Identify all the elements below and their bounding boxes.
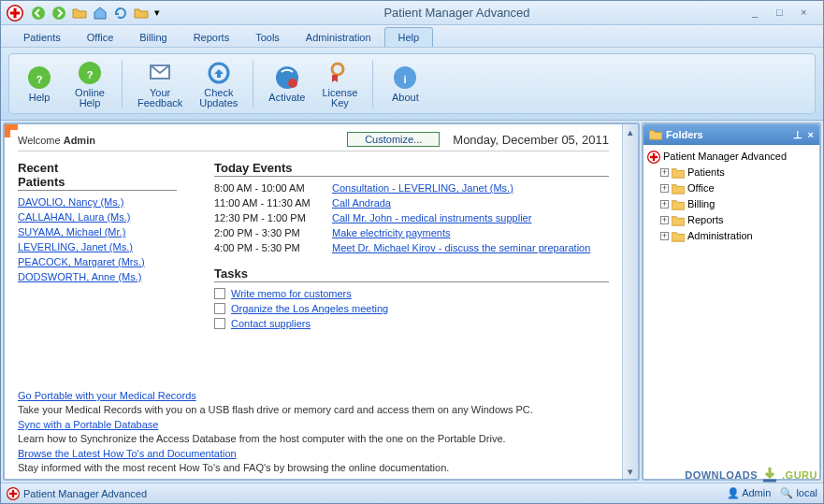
tip-text: Take your Medical Records with you on a … [18,403,609,417]
customize-button[interactable]: Customize... [347,132,440,147]
task-checkbox[interactable] [214,288,225,299]
menu-tab-help[interactable]: Help [384,27,434,47]
svg-text:?: ? [36,74,43,85]
folder-button[interactable] [70,4,89,22]
home-button[interactable] [91,4,109,22]
patient-link[interactable]: LEVERLING, Janet (Ms.) [18,239,177,254]
patient-link[interactable]: DAVOLIO, Nancy (Ms.) [18,194,177,209]
folder-tree: Patient Manager Advanced +Patients+Offic… [643,145,819,248]
svg-text:i: i [404,74,407,85]
tasks-title: Tasks [214,266,609,282]
svg-point-12 [288,79,297,88]
event-link[interactable]: Consultation - LEVERLING, Janet (Ms.) [332,180,513,195]
feedback-icon [147,60,173,86]
ribbon-about-button[interactable]: iAbout [383,56,427,112]
welcome-bar: Welcome Admin Customize... Monday, Decem… [18,132,609,151]
task-link[interactable]: Contact suppliers [231,316,311,331]
tree-item-administration[interactable]: +Administration [645,228,817,244]
qa-dropdown-icon[interactable]: ▾ [152,4,162,22]
ribbon-feedback-button[interactable]: YourFeedback [132,56,188,112]
close-panel-icon[interactable]: × [808,129,814,141]
event-link[interactable]: Meet Dr. Michael Kirov - discuss the sem… [332,240,590,255]
expand-icon[interactable]: + [660,168,669,177]
menu-tab-patients[interactable]: Patients [10,28,74,47]
scroll-down-icon[interactable]: ▾ [623,464,638,479]
main-area: Welcome Admin Customize... Monday, Decem… [3,122,640,481]
patient-link[interactable]: CALLAHAN, Laura (Ms.) [18,209,177,224]
task-link[interactable]: Organize the Los Angeles meeting [231,301,388,316]
expand-icon[interactable]: + [660,216,669,224]
event-row: 11:00 AM - 11:30 AMCall Andrada [214,195,609,210]
welcome-text: Welcome Admin [18,133,95,147]
pin-icon[interactable]: ⊥ [793,129,802,141]
folder-icon [649,129,662,140]
svg-rect-18 [650,155,658,157]
close-button[interactable]: × [801,7,817,20]
tip-link[interactable]: Go Portable with your Medical Records [18,388,609,403]
ribbon-help-button[interactable]: ?Help [17,56,62,112]
status-user: 👤 Admin [727,487,772,499]
task-row: Write memo for customers [214,286,609,301]
tree-item-reports[interactable]: +Reports [645,212,817,228]
tip-text: Stay informed with the most recent How T… [18,461,609,475]
expand-icon[interactable]: + [660,200,669,209]
tips-section: Go Portable with your Medical RecordsTak… [18,388,609,475]
folder-open-button[interactable] [132,4,151,22]
event-time: 4:00 PM - 5:30 PM [214,240,325,255]
event-time: 11:00 AM - 11:30 AM [214,195,325,210]
events-title: Today Events [214,161,609,177]
back-button[interactable] [29,4,48,22]
tip-link[interactable]: Sync with a Portable Database [18,417,609,432]
maximize-button[interactable]: □ [776,7,793,20]
folder-icon [672,183,685,194]
tip-link[interactable]: Browse the Latest How To's and Documenta… [18,446,609,461]
scroll-up-icon[interactable]: ▴ [623,124,638,139]
event-link[interactable]: Call Mr. John - medical instruments supp… [332,210,531,225]
tree-item-office[interactable]: +Office [645,180,817,196]
menu-tab-tools[interactable]: Tools [242,28,293,47]
svg-rect-2 [10,11,21,14]
patient-link[interactable]: PEACOCK, Margaret (Mrs.) [18,254,177,269]
menu-tab-office[interactable]: Office [74,28,127,47]
patient-link[interactable]: SUYAMA, Michael (Mr.) [18,224,177,239]
event-time: 12:30 PM - 1:00 PM [214,210,325,225]
expand-icon[interactable]: + [660,184,669,193]
ribbon-updates-button[interactable]: CheckUpdates [194,56,243,112]
scrollbar-vertical[interactable]: ▴ ▾ [622,124,638,479]
app-logo-icon [7,487,20,500]
tree-item-patients[interactable]: +Patients [645,165,817,180]
menu-bar: PatientsOfficeBillingReportsToolsAdminis… [1,25,823,48]
event-link[interactable]: Make electricity payments [332,225,451,240]
event-link[interactable]: Call Andrada [332,195,391,210]
license-icon [326,60,353,86]
svg-rect-21 [9,492,17,494]
ribbon-activate-button[interactable]: Activate [263,56,311,112]
refresh-button[interactable] [111,4,130,22]
updates-icon [206,60,232,86]
ribbon-online-help-button[interactable]: ?OnlineHelp [67,56,112,112]
task-checkbox[interactable] [214,318,225,329]
svg-point-3 [32,7,45,20]
folder-icon [672,231,685,242]
event-row: 4:00 PM - 5:30 PMMeet Dr. Michael Kirov … [214,240,609,255]
menu-tab-administration[interactable]: Administration [293,28,384,47]
task-row: Organize the Los Angeles meeting [214,301,609,316]
svg-point-13 [332,64,343,75]
forward-button[interactable] [50,4,68,22]
about-icon: i [392,65,418,91]
task-link[interactable]: Write memo for customers [231,286,352,301]
task-checkbox[interactable] [214,303,225,314]
menu-tab-billing[interactable]: Billing [126,28,180,47]
event-row: 12:30 PM - 1:00 PMCall Mr. John - medica… [214,210,609,225]
title-bar: ▾ Patient Manager Advanced _ □ × [1,1,823,25]
folders-panel: Folders ⊥ × Patient Manager Advanced +Pa… [642,122,821,481]
tree-item-billing[interactable]: +Billing [645,196,817,212]
quick-access-toolbar: ▾ [29,4,162,22]
menu-tab-reports[interactable]: Reports [181,28,243,47]
minimize-button[interactable]: _ [752,7,769,20]
tree-root[interactable]: Patient Manager Advanced [645,149,817,165]
app-logo-icon [647,151,660,164]
ribbon-license-button[interactable]: LicenseKey [316,56,363,112]
expand-icon[interactable]: + [660,232,669,240]
patient-link[interactable]: DODSWORTH, Anne (Ms.) [18,269,177,284]
